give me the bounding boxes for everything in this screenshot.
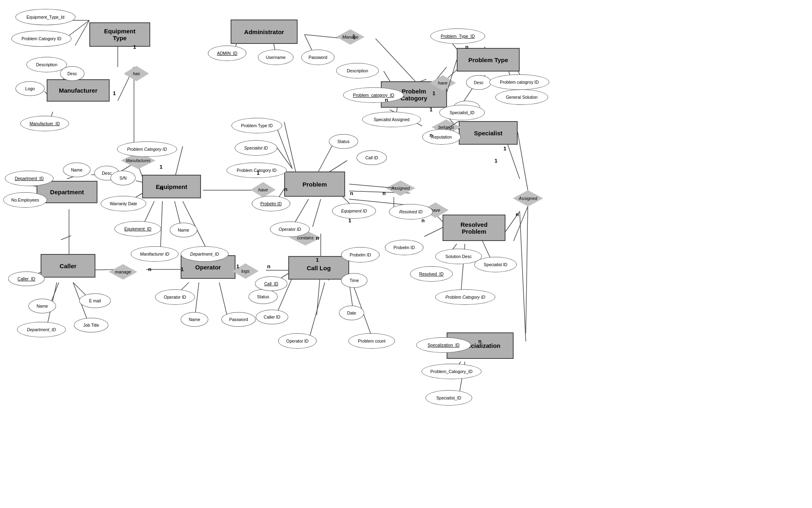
attr-et-id: Equipment_Type_Id	[15, 9, 76, 25]
entity-resolved-problem: Resolved Problem	[443, 215, 505, 241]
card-6: n	[465, 44, 469, 50]
attr-caller-id: Caller_ID	[8, 271, 45, 286]
svg-line-96	[520, 211, 526, 341]
er-diagram: Equipment Type Manufacturer Department C…	[0, 0, 812, 508]
attr-pt-probcatid: Problem catogroy ID	[489, 74, 549, 90]
card-12: n	[267, 263, 270, 269]
entity-manufacturer: Manufacturer	[47, 79, 110, 102]
attr-caller-deptid: Department_ID	[17, 322, 66, 337]
attr-prob-typeid: Problem Type ID	[231, 118, 282, 133]
svg-line-30	[160, 201, 162, 252]
attr-cl-probcount: Problem count	[348, 333, 395, 349]
attr-eq-name: Name	[170, 223, 197, 237]
attr-sp-rep: Reputation	[422, 129, 461, 145]
attr-mfr-logo: Logo	[15, 81, 45, 96]
attr-admin-pass: Password	[301, 50, 335, 65]
attr-caller-email: E mail	[79, 293, 111, 308]
card-7: 1	[257, 170, 259, 176]
attr-eq-sn: S/N	[110, 171, 136, 185]
entity-specialist: Specialist	[459, 121, 518, 145]
card-26: 1	[503, 145, 506, 152]
attr-rp-resid: Resolved_ID	[410, 266, 453, 282]
attr-spz-id: Specalization_ID	[416, 337, 471, 353]
attr-eq-warranty: Warranty Date	[101, 196, 146, 211]
attr-prob-opid: Operator ID	[270, 221, 310, 237]
card-13: n	[316, 235, 319, 241]
attr-spz-probcatid: Problem_Catogory_ID	[421, 364, 482, 379]
attr-mfr-id: Manufactuer_ID	[20, 116, 69, 131]
card-18: n	[421, 217, 425, 224]
attr-cl-operid: Operator ID	[278, 333, 317, 349]
svg-line-37	[219, 282, 227, 317]
card-16: n	[382, 190, 386, 196]
attr-eq-id: Equipment_ID	[114, 221, 161, 237]
attr-prob-id: Probelm ID	[252, 196, 290, 211]
attr-pc-specassigned: Specalist Assigned	[362, 112, 421, 127]
attr-caller-jobtitle: Job Title	[74, 318, 108, 332]
card-14: 1	[316, 257, 319, 263]
attr-eq-probcatid: Problem Catogory ID	[117, 141, 177, 157]
entity-problem: Problem	[284, 172, 345, 197]
svg-line-49	[284, 122, 296, 175]
card-22: n	[430, 132, 433, 138]
attr-rp-specid: Specialist ID	[474, 257, 517, 272]
svg-line-53	[313, 199, 321, 227]
attr-cl-id: Call_ID	[255, 276, 287, 291]
card-25: n	[478, 338, 482, 344]
attr-eq-mfrid: Manifacturer ID	[131, 246, 179, 262]
attr-pt-gensol: General Solution	[495, 89, 548, 105]
attr-op-status: Status	[248, 289, 278, 304]
attr-sp-id: Specialist_ID	[439, 105, 485, 120]
card-17: 1	[348, 217, 351, 224]
attr-admin-user: Username	[258, 50, 294, 65]
attr-caller-name: Name	[28, 299, 56, 313]
attr-op-password: Password	[221, 312, 256, 327]
card-1: 1	[133, 44, 136, 50]
card-21: 1	[430, 106, 432, 113]
attr-prob-callid: Call ID	[356, 150, 387, 165]
card-23: 1	[495, 158, 497, 164]
card-3: 1	[160, 164, 162, 170]
svg-line-50	[317, 144, 333, 175]
attr-eq-deptid: Department_ID	[181, 246, 229, 262]
attr-rp-probid: Probelm ID	[385, 240, 423, 255]
attr-rp-resolvedid: Resolved ID	[389, 204, 433, 219]
entity-problem-type: Problem Type	[457, 48, 520, 72]
attr-spz-specid: Specialist_ID	[425, 390, 472, 406]
attr-cl-callerid: Caller ID	[256, 310, 288, 324]
svg-line-29	[175, 201, 181, 226]
attr-prob-status: Status	[329, 134, 358, 149]
attr-pc-probcatid: Problem_catogroy_ID	[343, 87, 404, 103]
attr-et-probcat: Problem Catogory ID	[11, 30, 71, 47]
svg-line-18	[61, 236, 71, 240]
svg-line-1	[75, 20, 89, 46]
svg-line-61	[309, 282, 325, 341]
entity-caller: Caller	[41, 254, 95, 278]
attr-pt-desc: Desc	[466, 75, 491, 90]
entity-equipment: Equipment	[142, 175, 201, 198]
attr-pt-id: Problem_Type_ID	[430, 28, 485, 44]
attr-cl-probid: Probelm ID	[341, 247, 380, 263]
card-24: n	[516, 211, 519, 217]
attr-pc-desc: Description	[336, 63, 379, 78]
card-9: n	[148, 266, 151, 272]
card-15: n	[350, 190, 353, 196]
entity-administrator: Administrator	[231, 20, 298, 44]
card-10: 1	[181, 266, 184, 272]
attr-prob-eqid: Equipment ID	[332, 203, 376, 219]
attr-prob-specid: Specialist ID	[235, 140, 277, 156]
attr-dept-name: Name	[63, 163, 91, 177]
attr-rp-probcatid: Problem Catogory ID	[435, 289, 495, 305]
card-19: 1	[432, 90, 435, 96]
card-11: 1	[236, 263, 239, 269]
attr-dept-id: Department_ID	[5, 171, 54, 186]
card-4: n	[160, 185, 163, 191]
card-8: n	[284, 186, 287, 192]
card-20: n	[385, 97, 388, 103]
attr-dept-noemp: No.Employees	[3, 192, 47, 208]
card-2: 1	[113, 90, 116, 96]
card-5: 1	[352, 33, 355, 39]
entity-equipment-type: Equipment Type	[89, 22, 150, 47]
attr-cl-time: Time	[341, 273, 367, 288]
attr-mfr-desc: Desc	[60, 66, 84, 81]
